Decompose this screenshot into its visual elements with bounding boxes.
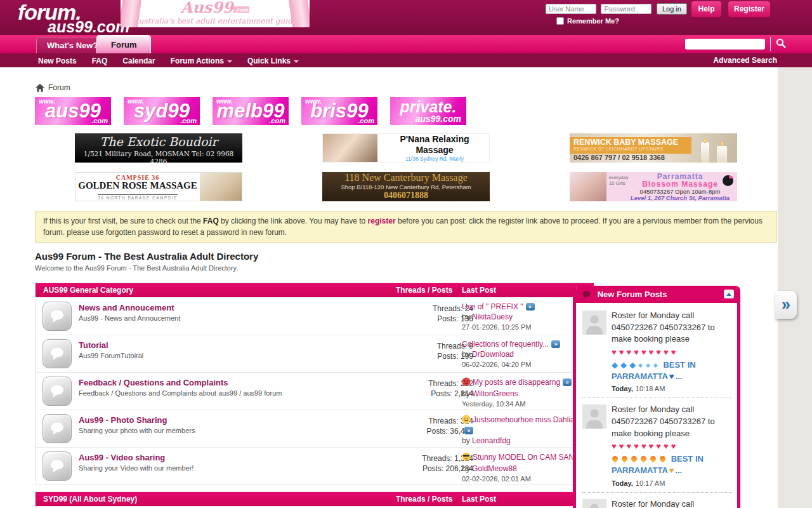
forum-title-link[interactable]: Feedback / Questions and Complaints [79, 378, 228, 387]
ad-golden-title: GOLDEN ROSE MASSAGE [75, 181, 200, 190]
forum-title-link[interactable]: Tutorial [79, 340, 108, 350]
banner-suffix: aus99.com [390, 115, 466, 123]
login-button[interactable]: Log in [657, 3, 687, 15]
site-logo[interactable]: forum. aus99.com [18, 1, 129, 35]
ad-canterbury-massage[interactable]: 118 New Canterbury Massage Shop B/118-12… [322, 172, 490, 201]
ad-pnana-massage[interactable]: P'Nana Relaxing Massage 11/36 Sydney Rd.… [322, 133, 490, 163]
last-post-title-link[interactable]: Use of " PREFIX " [462, 302, 523, 311]
advanced-search-link[interactable]: Advanced Search [713, 53, 777, 67]
gem-icon: ◆ [620, 360, 627, 370]
remember-me[interactable]: Remember Me? [556, 17, 619, 25]
first-visit-notice: If this is your first visit, be sure to … [35, 211, 777, 243]
ad-blossom-massage[interactable]: everyday10 Girls Parramatta Blossom Mass… [570, 172, 737, 201]
site-banner-syd99[interactable]: www.syd99.com [124, 97, 200, 125]
ad-renwick-massage[interactable]: RENWICK BABY MASSAGE RENWICK ST LEICHHAR… [570, 133, 737, 163]
subnav-link[interactable]: Quick Links [247, 57, 291, 65]
gem-icon: ◆ [638, 362, 643, 368]
fire-icon [639, 455, 648, 463]
page-title: Aus99 Forum - The Best Australia Adult D… [35, 251, 778, 262]
ad-blossom-left1: everyday [609, 175, 628, 180]
posts-count: Posts: 2,814 [378, 389, 473, 399]
speech-bubble-icon [49, 346, 65, 361]
posts-count: Posts: 206,234 [378, 464, 473, 474]
ad-canterbury-phone: 0406071888 [322, 190, 490, 200]
remember-me-checkbox[interactable] [556, 17, 564, 25]
username-input[interactable] [546, 4, 596, 14]
register-button[interactable]: Register [728, 1, 770, 17]
threads-count: Threads: 24 [378, 304, 473, 314]
last-post-user-link[interactable]: NikitaDuesy [472, 312, 513, 321]
sidebar-post-title-link[interactable]: Roster for Monday call 0450723267 045073… [612, 311, 715, 344]
last-post-user-link[interactable]: GoldMeow88 [472, 464, 517, 473]
register-link[interactable]: register [368, 217, 396, 225]
last-post-title-link[interactable]: My posts are disappearng [473, 378, 560, 387]
site-banner-aus99[interactable]: www.aus99.com [35, 97, 111, 125]
category-title[interactable]: SYD99 (All About Sydney) [43, 495, 137, 504]
go-to-last-post-icon[interactable]: » [551, 340, 560, 348]
last-post-user-link[interactable]: DrDownload [472, 350, 514, 359]
go-to-last-post-icon[interactable]: » [563, 378, 572, 386]
site-banner-private[interactable]: private.aus99.com [390, 97, 466, 125]
header-brand-banner[interactable]: Aus99.com Australia's best adult enterta… [121, 0, 310, 27]
subnav-link[interactable]: Calendar [122, 57, 155, 65]
sidebar-collapse-icon[interactable] [724, 290, 734, 298]
subnav-item-faq: FAQ [92, 53, 108, 68]
last-post-user-link[interactable]: Leonardfdg [472, 436, 511, 445]
banner-com: .com [233, 6, 249, 13]
sidebar-post-title-link[interactable]: Roster for Monday call 0450723267 045073… [612, 499, 715, 508]
page-content: Forum www.aus99.comwww.syd99.comwww.melb… [0, 67, 778, 508]
last-post-title-link[interactable]: Stunny MODEL On CAM SANA [473, 453, 579, 462]
forum-description: Feedback / Questions and Complaints abou… [79, 389, 282, 397]
category-title[interactable]: AUS99 General Category [43, 286, 133, 295]
heart-icon: ♥ [641, 347, 646, 357]
ad-pnana-phone: 02 9977 4995 / 0452 545 856 [380, 162, 489, 163]
ad-banner-grid: The Exotic Boudoir 1/521 Military Road, … [75, 133, 778, 201]
subnav-link[interactable]: FAQ [92, 57, 108, 65]
tab-forum[interactable]: Forum [96, 35, 151, 53]
column-header-last-post: Last Post [462, 492, 496, 506]
last-post-user-link[interactable]: WiltonGreens [472, 389, 518, 398]
heart-icon: ♥ [634, 441, 639, 451]
forum-row: Aus99 - Video sharingSharing your Video … [36, 447, 594, 485]
site-banner-melb99[interactable]: www.melb99.com [213, 97, 289, 125]
go-to-last-post-icon[interactable]: » [526, 303, 535, 311]
last-post-title-line: Stunny MODEL On CAM SANA» [462, 452, 591, 464]
subnav-link[interactable]: Forum Actions [171, 57, 224, 65]
ad-golden-rose-massage[interactable]: CAMPSIE 36 GOLDEN ROSE MASSAGE 36 NORTH … [75, 172, 242, 201]
forum-title-link[interactable]: Aus99 - Photo Sharing [79, 415, 167, 425]
login-area: Log in [546, 3, 687, 15]
fire-icon [649, 455, 657, 463]
heart-icon: ♥ [612, 347, 617, 357]
new-forum-posts-widget: New Forum Posts Roster for Monday call 0… [573, 286, 740, 508]
search-button[interactable] [770, 37, 790, 51]
last-post-by: by GoldMeow88 [462, 464, 591, 474]
go-to-last-post-icon[interactable]: » [464, 427, 473, 434]
last-post-title-link[interactable]: Collections of frequently... [462, 340, 549, 349]
last-post-cell: Stunny MODEL On CAM SANA»by GoldMeow8802… [462, 452, 591, 484]
home-icon[interactable] [36, 84, 44, 92]
password-input[interactable] [601, 4, 652, 14]
ad-exotic-boudoir[interactable]: The Exotic Boudoir 1/521 Military Road, … [75, 133, 242, 163]
last-post-title-link[interactable]: Justsomehourhoe miss Dahlia... [473, 415, 581, 424]
sidebar-post: Roster for Monday call 0450723267 045073… [581, 304, 732, 398]
site-banner-bris99[interactable]: www.bris99.com [301, 97, 377, 125]
fire-icon [658, 455, 667, 463]
subnav-link[interactable]: New Posts [38, 57, 77, 65]
sidebar-expand-button[interactable]: » [775, 291, 797, 319]
last-post-title-line: Justsomehourhoe miss Dahlia...» [462, 415, 591, 436]
breadcrumb-forum-link[interactable]: Forum [48, 83, 70, 92]
last-post-cell: My posts are disappearng»by WiltonGreens… [462, 377, 591, 409]
ad-canterbury-title: 118 New Canterbury Massage [322, 172, 490, 184]
threads-count: Threads: 9 [378, 341, 473, 351]
sidebar-post-title-link[interactable]: Roster for Monday call 0450723267 045073… [612, 404, 715, 438]
main-row: AUS99 General CategoryThreads / PostsLas… [0, 283, 778, 508]
help-button[interactable]: Help [691, 1, 721, 17]
forum-title-link[interactable]: Aus99 - Video sharing [79, 453, 165, 462]
speech-bubble-icon [582, 288, 591, 305]
sidebar-post: Roster for Monday call 0450723267 045073… [581, 493, 732, 508]
search-input[interactable] [685, 39, 765, 50]
subnav-item-calendar: Calendar [122, 53, 155, 68]
forum-title-link[interactable]: News and Annoucement [79, 303, 174, 312]
forum-stats: Threads: 252Posts: 2,814 [378, 378, 473, 399]
gem-icon: ◆ [612, 360, 618, 370]
